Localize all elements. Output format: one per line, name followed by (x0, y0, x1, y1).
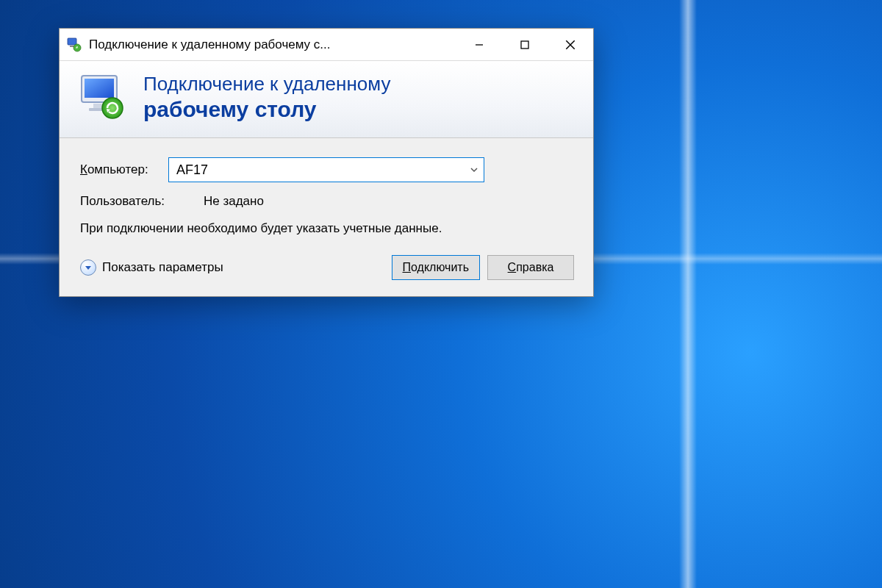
banner-title-line2: рабочему столу (143, 97, 390, 123)
chevron-down-icon[interactable] (465, 158, 484, 182)
dialog-body: Компьютер: Пользователь: Не задано При п… (60, 138, 593, 296)
footer: Показать параметры Подключить Справка (80, 255, 574, 280)
svg-marker-12 (85, 266, 91, 270)
credentials-info: При подключении необходимо будет указать… (80, 220, 492, 237)
banner: Подключение к удаленному рабочему столу (60, 61, 593, 138)
chevron-down-circle-icon (80, 259, 96, 276)
computer-input[interactable] (169, 158, 465, 182)
app-icon (67, 37, 82, 52)
rdp-banner-icon (76, 71, 129, 124)
user-label: Пользователь: (80, 194, 204, 209)
close-button[interactable] (548, 29, 593, 60)
svg-rect-8 (85, 79, 114, 98)
show-options-button[interactable]: Показать параметры (80, 259, 223, 276)
rdp-window: Подключение к удаленному рабочему с... (59, 28, 594, 297)
minimize-button[interactable] (456, 29, 502, 60)
computer-combobox[interactable] (168, 157, 484, 182)
show-options-label: Показать параметры (102, 260, 223, 275)
window-controls (456, 29, 593, 60)
titlebar[interactable]: Подключение к удаленному рабочему с... (60, 29, 593, 61)
maximize-button[interactable] (502, 29, 548, 60)
window-title: Подключение к удаленному рабочему с... (89, 37, 331, 52)
svg-point-11 (102, 98, 123, 118)
svg-rect-4 (521, 41, 528, 49)
user-value: Не задано (204, 194, 264, 209)
banner-text: Подключение к удаленному рабочему столу (143, 74, 390, 122)
computer-row: Компьютер: (80, 157, 574, 182)
computer-label: Компьютер: (80, 162, 168, 177)
svg-rect-0 (68, 38, 76, 45)
connect-button[interactable]: Подключить (392, 255, 480, 280)
banner-title-line1: Подключение к удаленному (143, 74, 390, 96)
help-button[interactable]: Справка (487, 255, 574, 280)
user-row: Пользователь: Не задано (80, 194, 574, 209)
